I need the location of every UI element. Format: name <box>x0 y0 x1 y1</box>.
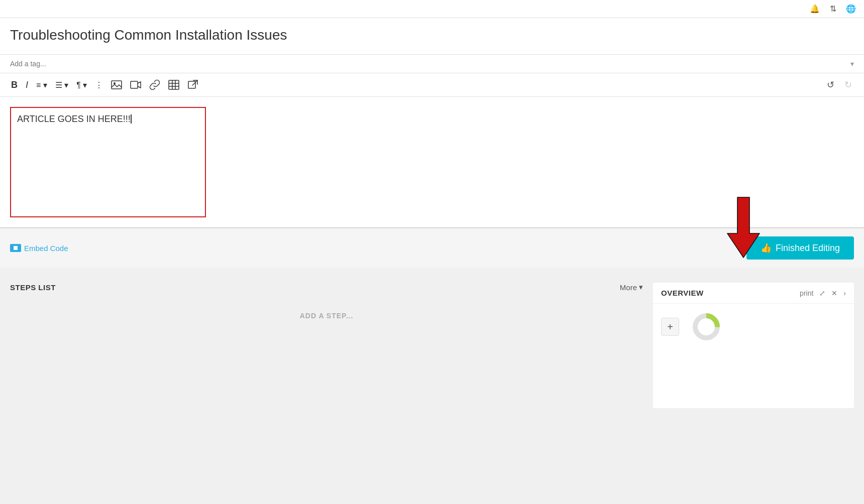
video-button[interactable] <box>127 77 144 92</box>
undo-button[interactable]: ↺ <box>823 77 838 92</box>
globe-icon[interactable]: 🌐 <box>844 2 858 16</box>
sort-icon[interactable]: ⇅ <box>826 2 840 16</box>
more-chevron-icon: ▾ <box>639 283 643 292</box>
text-cursor <box>131 114 132 123</box>
embed-code-link[interactable]: Embed Code <box>10 244 68 253</box>
bottom-section: STEPS LIST More ▾ ADD A STEP... OVERVIEW… <box>0 268 864 418</box>
editor-toolbar: B I ≡ ▾ ☰ ▾ ¶ ▾ ⋮ <box>0 73 864 97</box>
image-button[interactable] <box>108 77 125 92</box>
expand-icon[interactable]: ⤢ <box>819 289 825 297</box>
redo-button[interactable]: ↻ <box>840 77 856 92</box>
svg-rect-2 <box>131 81 138 88</box>
external-link-button[interactable] <box>184 77 201 92</box>
unordered-list-button[interactable]: ☰ ▾ <box>52 78 71 92</box>
steps-panel-title: STEPS LIST <box>10 283 56 292</box>
link-button[interactable] <box>146 77 163 92</box>
embed-icon <box>10 244 21 252</box>
top-bar: 🔔 ⇅ 🌐 <box>0 0 864 18</box>
overview-panel: OVERVIEW print ⤢ ✕ › + <box>653 283 854 408</box>
tag-chevron-icon: ▾ <box>850 60 854 68</box>
overview-header: OVERVIEW print ⤢ ✕ › <box>653 283 854 304</box>
donut-chart <box>691 312 721 342</box>
editor-container: Troubleshooting Common Installation Issu… <box>0 18 864 228</box>
add-step-label[interactable]: ADD A STEP... <box>10 302 643 330</box>
tag-bar: ▾ <box>0 55 864 73</box>
ordered-list-button[interactable]: ≡ ▾ <box>33 78 50 92</box>
overview-content: + <box>653 304 854 350</box>
bell-icon[interactable]: 🔔 <box>808 2 822 16</box>
svg-rect-8 <box>188 81 195 88</box>
paragraph-button[interactable]: ¶ ▾ <box>73 78 90 92</box>
steps-panel: STEPS LIST More ▾ ADD A STEP... <box>10 283 653 408</box>
next-icon[interactable]: › <box>843 289 846 297</box>
add-overview-button[interactable]: + <box>661 318 679 336</box>
finished-editing-label: Finished Editing <box>776 243 840 254</box>
more-options-button[interactable]: ⋮ <box>92 78 106 92</box>
svg-rect-3 <box>169 80 179 89</box>
title-area: Troubleshooting Common Installation Issu… <box>0 18 864 55</box>
table-button[interactable] <box>165 77 182 92</box>
close-icon[interactable]: ✕ <box>831 289 837 297</box>
italic-button[interactable]: I <box>23 78 31 92</box>
tag-input[interactable] <box>10 60 850 68</box>
steps-more-button[interactable]: More ▾ <box>620 283 643 292</box>
arrow-annotation <box>723 192 774 268</box>
steps-panel-header: STEPS LIST More ▾ <box>10 283 643 292</box>
article-title-input[interactable]: Troubleshooting Common Installation Issu… <box>10 26 854 44</box>
svg-rect-0 <box>112 81 122 89</box>
content-area: ARTICLE GOES IN HERE!!! <box>0 97 864 227</box>
overview-actions: print ⤢ ✕ › <box>800 289 846 297</box>
editor-content: ARTICLE GOES IN HERE!!! <box>17 114 131 124</box>
svg-marker-10 <box>727 197 760 258</box>
bold-button[interactable]: B <box>8 78 21 92</box>
text-editor-box[interactable]: ARTICLE GOES IN HERE!!! <box>10 107 206 217</box>
embed-code-label: Embed Code <box>24 244 68 253</box>
more-label: More <box>620 283 637 292</box>
print-button[interactable]: print <box>800 289 813 297</box>
overview-title: OVERVIEW <box>661 289 704 297</box>
